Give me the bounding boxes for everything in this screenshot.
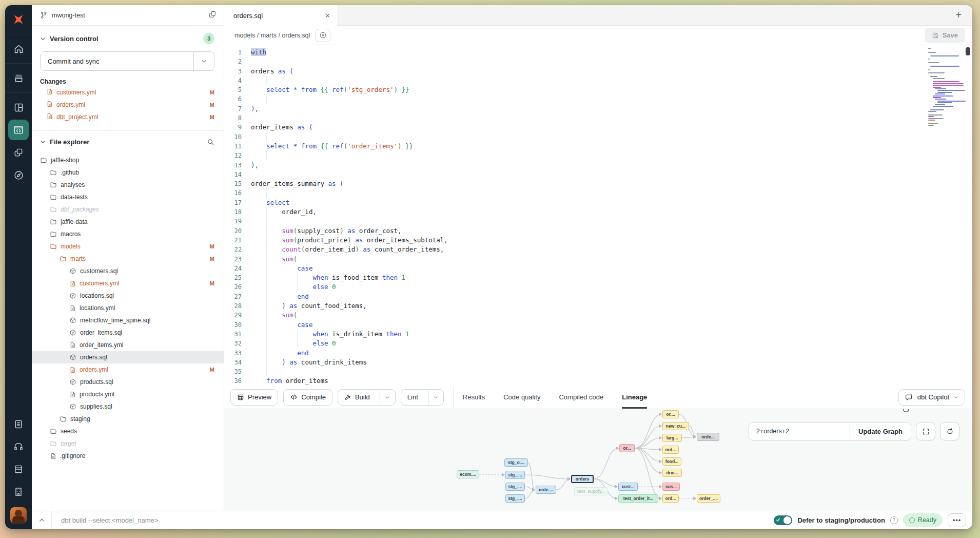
code-line-26[interactable]: 26 else 0	[224, 282, 972, 292]
duplicate-icon[interactable]	[208, 10, 217, 20]
tree-item-staging[interactable]: staging	[32, 413, 224, 425]
code-line-6[interactable]: 6	[224, 94, 972, 104]
tab-code-quality[interactable]: Code quality	[503, 386, 540, 409]
changelog-button[interactable]	[8, 414, 29, 434]
tree-item-customers.sql[interactable]: customers.sql	[32, 265, 224, 277]
code-line-2[interactable]: 2	[224, 57, 972, 66]
code-line-9[interactable]: 9order_items as (	[224, 123, 972, 132]
tree-item-jaffle-shop[interactable]: jaffle-shop	[32, 154, 224, 166]
expand-command-bar[interactable]	[32, 517, 51, 524]
code-line-29[interactable]: 29 sum(	[224, 311, 972, 320]
support-button[interactable]	[8, 436, 29, 457]
tree-item-supplies.sql[interactable]: supplies.sql	[32, 400, 224, 413]
changed-file-customers.yml[interactable]: customers.yml M	[32, 86, 224, 99]
fullscreen-button[interactable]	[916, 422, 935, 440]
tree-item-orders.sql[interactable]: orders.sql	[32, 351, 224, 363]
lineage-node-order_[interactable]: order_....	[697, 494, 720, 503]
tree-item-macros[interactable]: macros	[32, 228, 224, 240]
explore-model-button[interactable]	[315, 29, 330, 42]
code-line-22[interactable]: 22 count(order_item_id) as count_order_i…	[224, 245, 972, 254]
user-avatar[interactable]	[10, 507, 27, 524]
tree-item-.gitignore[interactable]: .gitignore	[32, 450, 224, 462]
lineage-node-ord[interactable]: ord...	[662, 446, 679, 454]
dbt-logo[interactable]	[8, 9, 29, 30]
lineage-node-orde[interactable]: orde....	[536, 486, 556, 494]
minimap[interactable]	[928, 48, 960, 127]
tree-item-target[interactable]: target	[32, 437, 224, 450]
changed-file-orders.yml[interactable]: orders.yml M	[32, 99, 224, 111]
code-line-18[interactable]: 18 order_id,	[224, 207, 972, 217]
dbt-copilot-button[interactable]: dbt Copilot	[898, 389, 965, 406]
changed-file-dbt_project.yml[interactable]: dbt_project.yml M	[32, 111, 224, 123]
copy-workspace-button[interactable]	[8, 142, 29, 163]
lineage-node-stg_[interactable]: stg_....	[505, 483, 525, 491]
code-line-8[interactable]: 8	[224, 113, 972, 123]
lineage-node-or[interactable]: or....	[662, 410, 679, 418]
docs-button[interactable]	[8, 459, 29, 479]
tree-item-products.yml[interactable]: products.yml	[32, 388, 224, 400]
file-explorer-header[interactable]: File explorer	[32, 131, 224, 151]
lineage-node-larg[interactable]: larg...	[662, 434, 682, 442]
home-button[interactable]	[8, 39, 29, 59]
help-icon[interactable]: ?	[890, 516, 898, 524]
code-line-12[interactable]: 12	[224, 151, 972, 160]
tree-item-analyses[interactable]: analyses	[32, 179, 224, 191]
code-line-34[interactable]: 34 ) as count_drink_items	[224, 358, 972, 367]
lineage-node-stg_[interactable]: stg_....	[505, 494, 525, 503]
code-line-35[interactable]: 35	[224, 367, 972, 376]
tree-item-order_items.yml[interactable]: order_items.yml	[32, 339, 224, 351]
tree-item-products.sql[interactable]: products.sql	[32, 376, 224, 388]
version-control-header[interactable]: Version control 3	[32, 26, 224, 49]
compile-button[interactable]: Compile	[283, 389, 332, 406]
commit-dropdown[interactable]	[193, 52, 214, 70]
close-icon[interactable]: ✕	[325, 12, 330, 20]
explore-button[interactable]	[8, 165, 29, 185]
lineage-node-or[interactable]: or...	[619, 444, 635, 452]
tree-item-data-tests[interactable]: data-tests	[32, 191, 224, 203]
lineage-node-orders[interactable]: orders	[571, 475, 594, 483]
lineage-node-orde[interactable]: orde...	[697, 433, 719, 441]
lineage-node-ord[interactable]: ord...	[662, 494, 679, 503]
deploy-button[interactable]	[8, 68, 29, 88]
code-line-28[interactable]: 28 ) as count_food_items,	[224, 301, 972, 311]
code-line-23[interactable]: 23 sum(	[224, 255, 972, 264]
commit-and-sync-button[interactable]: Commit and sync	[40, 51, 214, 71]
code-line-13[interactable]: 13),	[224, 161, 972, 170]
code-line-4[interactable]: 4	[224, 76, 972, 85]
lineage-node-new_cu[interactable]: new_cu...	[662, 422, 689, 430]
code-line-11[interactable]: 11 select * from {{ ref('order_items') }…	[224, 142, 972, 151]
code-line-1[interactable]: 1with	[224, 48, 972, 57]
refresh-button[interactable]	[940, 422, 959, 440]
code-line-25[interactable]: 25 when is_food_item then 1	[224, 273, 972, 282]
code-line-17[interactable]: 17 select	[224, 198, 972, 207]
tree-item-customers.yml[interactable]: customers.ymlM	[32, 277, 224, 290]
code-editor[interactable]: 1with23orders as (45 select * from {{ re…	[224, 45, 972, 386]
tree-item-metricflow_time_spine.sql[interactable]: metricflow_time_spine.sql	[32, 314, 224, 326]
tree-item-dbt_packages[interactable]: dbt_packages	[32, 203, 224, 216]
tree-item-order_items.sql[interactable]: order_items.sql	[32, 326, 224, 339]
code-line-7[interactable]: 7),	[224, 104, 972, 113]
code-line-33[interactable]: 33 end	[224, 349, 972, 358]
code-line-31[interactable]: 31 when is_drink_item then 1	[224, 330, 972, 339]
tab-lineage[interactable]: Lineage	[622, 386, 647, 409]
lineage-node-drin[interactable]: drin...	[662, 469, 682, 477]
lineage-node-cus[interactable]: cus...	[662, 483, 680, 491]
selector-input[interactable]	[749, 422, 850, 440]
code-line-30[interactable]: 30 case	[224, 320, 972, 330]
editor-scrollbar[interactable]	[965, 46, 970, 385]
new-tab-button[interactable]: +	[945, 5, 972, 25]
lint-button[interactable]: Lint	[401, 389, 444, 406]
command-input[interactable]	[52, 516, 774, 524]
code-line-20[interactable]: 20 sum(supply_cost) as order_cost,	[224, 226, 972, 236]
code-line-24[interactable]: 24 case	[224, 264, 972, 273]
lineage-node-cust[interactable]: cust...	[618, 483, 638, 491]
code-line-10[interactable]: 10	[224, 132, 972, 142]
code-line-36[interactable]: 36 from order_items	[224, 376, 972, 386]
code-line-32[interactable]: 32 else 0	[224, 339, 972, 348]
lineage-node-test_order_it[interactable]: test_order_it...	[618, 494, 658, 503]
preview-button[interactable]: Preview	[230, 389, 278, 406]
ide-button[interactable]	[8, 120, 29, 140]
more-options-button[interactable]: •••	[948, 513, 966, 527]
save-button[interactable]: Save	[925, 28, 965, 43]
tree-item-jaffle-data[interactable]: jaffle-data	[32, 216, 224, 228]
